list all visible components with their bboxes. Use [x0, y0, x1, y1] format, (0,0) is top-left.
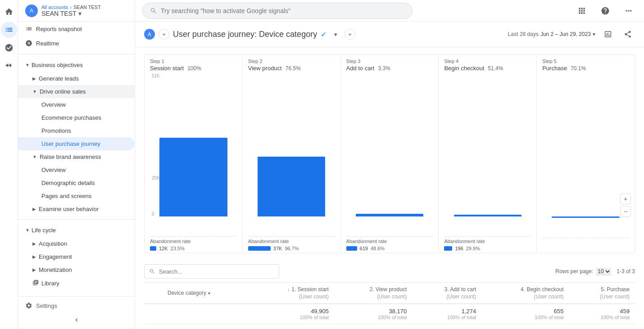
step-2-name: View product [248, 65, 282, 72]
sidebar-item-realtime[interactable]: Realtime [18, 36, 135, 50]
sidebar-item-pages-and-screens[interactable]: Pages and screens [18, 189, 135, 203]
library-label: Library [41, 280, 59, 287]
title-dropdown-button[interactable]: ▾ [330, 29, 341, 40]
totals-index [144, 304, 162, 324]
sidebar-item-raise-brand-awareness[interactable]: ▼ Raise brand awareness [18, 150, 135, 163]
step-4-bar [454, 215, 522, 216]
property-dropdown-icon[interactable]: ▾ [78, 10, 82, 17]
rows-per-page-label: Rows per page: [555, 268, 593, 275]
zoom-in-button[interactable]: + [620, 194, 631, 204]
generate-leads-expand-icon: ▶ [32, 76, 36, 81]
breadcrumb-sep: › [70, 5, 72, 10]
menu-icon[interactable] [621, 3, 637, 19]
examine-user-behavior-label: Examine user behavior [39, 206, 99, 212]
th-device-dropdown-icon: ▾ [208, 291, 210, 296]
th-session-label: 1. Session start [291, 286, 329, 293]
sidebar-item-user-purchase-journey[interactable]: User purchase journey [18, 137, 135, 150]
sidebar-group-life-cycle[interactable]: ▼ Life cycle [18, 223, 135, 237]
search-input[interactable] [161, 7, 405, 14]
header-right: Last 28 days Jun 2 – Jun 29, 2023 ▾ [508, 27, 635, 41]
table-search[interactable] [144, 264, 279, 279]
all-accounts-breadcrumb[interactable]: All accounts [41, 5, 68, 10]
apps-icon[interactable] [574, 3, 590, 19]
pages-and-screens-label: Pages and screens [41, 193, 91, 199]
library-icon [32, 279, 39, 287]
settings-icon [25, 302, 32, 309]
step-4-header: Step 4 Begin checkout 51.4% [444, 59, 531, 72]
add-step-button[interactable]: + [345, 29, 355, 40]
row-1-view: 33,028 [334, 324, 412, 329]
sidebar-item-examine-user-behavior[interactable]: ▶ Examine user behavior [18, 203, 135, 216]
abandonment-count-4: 196 [455, 246, 463, 251]
date-value: Jun 2 – Jun 29, 2023 [540, 31, 591, 37]
funnel-step-2: Step 2 View product 76.5% Abandonm [243, 55, 341, 253]
overview2-label: Overview [41, 167, 66, 173]
funnel-step-5: Step 5 Purchase 70.1% [537, 55, 635, 253]
th-session[interactable]: ↓ 1. Session start (User count) [249, 283, 334, 304]
share-icon[interactable] [621, 27, 635, 41]
th-device[interactable]: Device category ▾ [162, 283, 249, 304]
funnel-step-3: Step 3 Add to cart 3.3% Abandonmen [341, 55, 439, 253]
property-name: SEAN TEST [41, 10, 77, 17]
sidebar-item-acquisition[interactable]: ▶ Acquisition [18, 237, 135, 250]
sidebar-item-drive-online-sales[interactable]: ▼ Drive online sales [18, 85, 135, 98]
funnel-step-4: Step 4 Begin checkout 51.4% Abando [439, 55, 537, 253]
step-5-header: Step 5 Purchase 70.1% [542, 59, 629, 72]
abandonment-count-1: 12K [159, 246, 168, 251]
step-3-header: Step 3 Add to cart 3.3% [346, 59, 433, 72]
sidebar-item-overview[interactable]: Overview [18, 98, 135, 111]
step-1-label: Step 1 [150, 59, 201, 64]
rows-per-page-select[interactable]: 10 25 50 [596, 268, 611, 275]
abandonment-count-3: 619 [360, 246, 368, 251]
collapse-icon [73, 316, 80, 324]
sidebar-item-ecommerce-purchases[interactable]: Ecommerce purchases [18, 111, 135, 124]
examine-user-behavior-expand-icon: ▶ [32, 207, 36, 212]
date-label: Last 28 days [508, 31, 539, 37]
totals-device [162, 304, 249, 324]
search-bar[interactable] [142, 3, 413, 19]
help-icon[interactable] [597, 3, 613, 19]
reports-icon[interactable] [1, 22, 17, 38]
sidebar-item-promotions[interactable]: Promotions [18, 124, 135, 137]
life-cycle-label: Life cycle [32, 227, 56, 234]
step-4-label: Step 4 [444, 59, 503, 64]
step-2-abandonment: Abandonment rate 37K 96.7% [248, 236, 335, 251]
totals-checkout: 655 100% of total [481, 304, 569, 324]
th-view[interactable]: 2. View product (User count) [334, 283, 412, 304]
th-checkout[interactable]: 4. Begin checkout (User count) [481, 283, 569, 304]
chart-view-icon[interactable] [601, 27, 615, 41]
table-header: Device category ▾ ↓ 1. Session start [144, 283, 635, 324]
sidebar-item-overview2[interactable]: Overview [18, 163, 135, 176]
reports-snapshot-icon [25, 25, 32, 32]
add-comparison-button[interactable]: + [159, 29, 169, 40]
table-search-input[interactable] [159, 268, 274, 275]
explore-icon[interactable] [1, 40, 17, 56]
totals-purchase: 459 100% of total [569, 304, 635, 324]
sidebar-item-library[interactable]: Library [18, 276, 135, 290]
home-icon[interactable] [1, 4, 17, 20]
th-device-label: Device category [168, 290, 206, 296]
th-cart[interactable]: 3. Add to cart (User count) [412, 283, 481, 304]
sidebar-item-monetization[interactable]: ▶ Monetization [18, 263, 135, 276]
sidebar-app-header: A All accounts › SEAN TEST SEAN TEST ▾ [25, 5, 101, 17]
sidebar-group-business-objectives[interactable]: ▼ Business objectives [18, 58, 135, 72]
zoom-out-button[interactable]: − [620, 206, 631, 217]
sidebar-settings[interactable]: Settings [18, 298, 135, 313]
th-purchase[interactable]: 5. Purchase (User count) [569, 283, 635, 304]
th-view-sub: (User count) [377, 293, 407, 300]
sidebar-item-reports-snapshot[interactable]: Reports snapshot [18, 22, 135, 36]
advertising-icon[interactable] [1, 58, 17, 74]
date-range-selector[interactable]: Last 28 days Jun 2 – Jun 29, 2023 ▾ [508, 31, 595, 37]
row-1-session: 42,907 [249, 324, 334, 329]
sidebar-item-generate-leads[interactable]: ▶ Generate leads [18, 72, 135, 85]
th-cart-sub: (User count) [446, 293, 476, 300]
abandonment-pct-4: 29.9% [466, 246, 480, 251]
business-objectives-collapse-icon: ▼ [25, 63, 30, 68]
demographic-details-label: Demographic details [41, 180, 95, 186]
sidebar-item-engagement[interactable]: ▶ Engagement [18, 250, 135, 263]
drive-online-sales-label: Drive online sales [40, 88, 86, 95]
sidebar-collapse-button[interactable] [18, 313, 135, 327]
funnel-steps: Step 1 Session start 100% 51K 25K 0 [144, 54, 635, 253]
content-header: A + User purchase journey: Device catego… [135, 22, 644, 47]
sidebar-item-demographic-details[interactable]: Demographic details [18, 176, 135, 189]
